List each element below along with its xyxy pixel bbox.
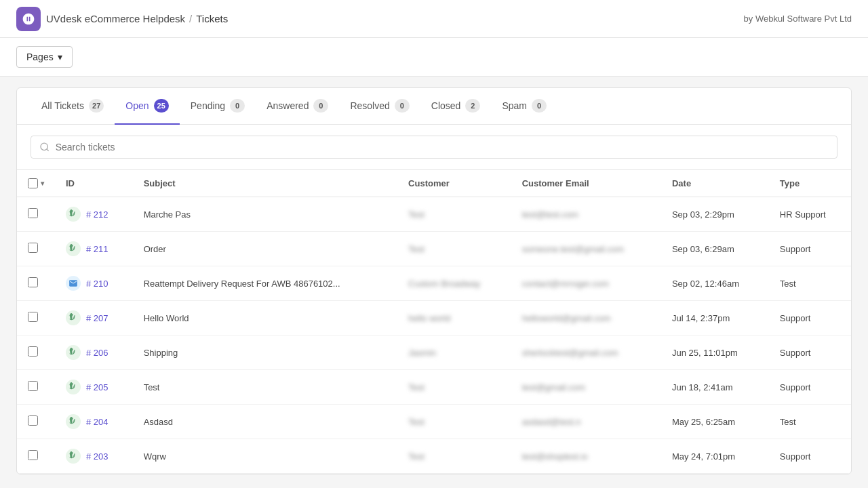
top-bar: UVdesk eCommerce Helpdesk / Tickets by W…	[0, 0, 868, 38]
customer-name: Test	[408, 451, 425, 462]
customer-email: asdasd@test.n	[522, 417, 581, 427]
pages-arrow-icon: ▾	[58, 52, 62, 62]
select-all-checkbox[interactable]	[28, 178, 38, 188]
ticket-id[interactable]: # 205	[86, 382, 108, 392]
row-checkbox[interactable]	[28, 243, 38, 253]
customer-email: test@gmail.com	[522, 382, 585, 392]
row-subject-cell[interactable]: Marche Pas	[133, 197, 397, 232]
row-checkbox[interactable]	[28, 415, 38, 426]
type-badge: Support	[780, 244, 811, 254]
table-wrap: ▾ ID Subject Customer Customer Email Dat…	[17, 170, 851, 474]
toolbar: Pages ▾	[0, 38, 868, 77]
search-input[interactable]	[56, 142, 829, 152]
tab-answered[interactable]: Answered0	[256, 88, 339, 125]
select-dropdown-arrow[interactable]: ▾	[41, 180, 44, 187]
row-checkbox-cell	[17, 439, 55, 474]
tab-open[interactable]: Open25	[115, 88, 180, 125]
type-badge: Test	[780, 279, 796, 289]
customer-name: Custom Broadway	[408, 279, 480, 289]
ticket-id[interactable]: # 204	[86, 417, 108, 427]
row-subject-cell[interactable]: Shipping	[133, 336, 397, 370]
shopify-source-icon	[66, 207, 81, 222]
row-checkbox[interactable]	[28, 277, 38, 287]
row-checkbox[interactable]	[28, 381, 38, 391]
row-checkbox-cell	[17, 232, 55, 266]
type-badge: Support	[780, 348, 811, 358]
id-source: # 205	[66, 380, 122, 394]
tab-badge-pending: 0	[230, 99, 245, 113]
type-badge: Test	[780, 417, 796, 427]
row-date-cell: Jun 18, 2:41am	[661, 370, 769, 405]
row-subject-cell[interactable]: Reattempt Delivery Request For AWB 48676…	[133, 266, 397, 301]
search-input-wrap	[31, 136, 837, 159]
ticket-card: All Tickets27Open25Pending0Answered0Reso…	[16, 87, 852, 474]
row-checkbox[interactable]	[28, 312, 38, 322]
tab-spam[interactable]: Spam0	[491, 88, 557, 125]
row-id-cell: # 210	[55, 266, 133, 301]
tab-resolved[interactable]: Resolved0	[339, 88, 420, 125]
row-date-cell: Sep 03, 6:29am	[661, 232, 769, 266]
id-source: # 206	[66, 345, 122, 360]
row-customer-cell: Test	[397, 370, 511, 405]
tab-closed[interactable]: Closed2	[420, 88, 492, 125]
row-checkbox[interactable]	[28, 346, 38, 357]
pages-button[interactable]: Pages ▾	[16, 46, 73, 68]
email-source-icon	[66, 276, 81, 291]
tab-all[interactable]: All Tickets27	[31, 88, 115, 125]
row-id-cell: # 203	[55, 439, 133, 474]
byline: by Webkul Software Pvt Ltd	[744, 14, 852, 24]
ticket-id[interactable]: # 206	[86, 348, 108, 358]
row-id-cell: # 211	[55, 232, 133, 266]
row-checkbox[interactable]	[28, 208, 38, 218]
row-subject-cell[interactable]: Hello World	[133, 301, 397, 336]
main-content: All Tickets27Open25Pending0Answered0Reso…	[0, 77, 868, 485]
tab-badge-spam: 0	[532, 99, 547, 113]
logo-icon	[16, 7, 41, 31]
customer-name: Test	[408, 244, 425, 254]
id-source: # 212	[66, 207, 122, 222]
ticket-id[interactable]: # 207	[86, 313, 108, 323]
row-type-cell: Test	[769, 405, 851, 439]
row-email-cell: test@gmail.com	[511, 370, 661, 405]
row-checkbox-cell	[17, 301, 55, 336]
ticket-id[interactable]: # 211	[86, 244, 108, 254]
row-date-cell: Jul 14, 2:37pm	[661, 301, 769, 336]
row-subject-cell[interactable]: Wqrw	[133, 439, 397, 474]
search-icon	[39, 142, 50, 152]
type-badge: Support	[780, 382, 811, 392]
breadcrumb: UVdesk eCommerce Helpdesk / Tickets	[46, 13, 228, 24]
ticket-id[interactable]: # 212	[86, 209, 108, 220]
row-type-cell: Support	[769, 439, 851, 474]
tab-badge-closed: 2	[465, 99, 480, 113]
row-email-cell: contact@mrroger.com	[511, 266, 661, 301]
row-subject-cell[interactable]: Order	[133, 232, 397, 266]
col-date: Date	[661, 170, 769, 197]
row-checkbox-cell	[17, 405, 55, 439]
type-badge: Support	[780, 313, 811, 323]
customer-email: helloworld@gmail.com	[522, 313, 611, 323]
customer-email: someone.test@gmail.com	[522, 244, 624, 254]
id-source: # 203	[66, 449, 122, 464]
row-subject-cell[interactable]: Test	[133, 370, 397, 405]
row-email-cell: someone.test@gmail.com	[511, 232, 661, 266]
tabs-bar: All Tickets27Open25Pending0Answered0Reso…	[17, 88, 851, 125]
tickets-table: ▾ ID Subject Customer Customer Email Dat…	[17, 170, 851, 474]
shopify-source-icon	[66, 345, 81, 360]
tab-label: Spam	[502, 100, 527, 111]
customer-email: contact@mrroger.com	[522, 279, 609, 289]
customer-name: Test	[408, 382, 425, 392]
row-id-cell: # 207	[55, 301, 133, 336]
row-id-cell: # 206	[55, 336, 133, 370]
row-checkbox-cell	[17, 336, 55, 370]
row-checkbox[interactable]	[28, 450, 38, 460]
row-checkbox-cell	[17, 370, 55, 405]
row-subject-cell[interactable]: Asdasd	[133, 405, 397, 439]
col-subject: Subject	[133, 170, 397, 197]
ticket-id[interactable]: # 203	[86, 451, 108, 462]
pages-label: Pages	[26, 52, 54, 62]
shopify-source-icon	[66, 380, 81, 394]
select-all-col: ▾	[17, 170, 55, 197]
ticket-id[interactable]: # 210	[86, 279, 108, 289]
tab-pending[interactable]: Pending0	[180, 88, 256, 125]
tab-badge-answered: 0	[313, 99, 328, 113]
